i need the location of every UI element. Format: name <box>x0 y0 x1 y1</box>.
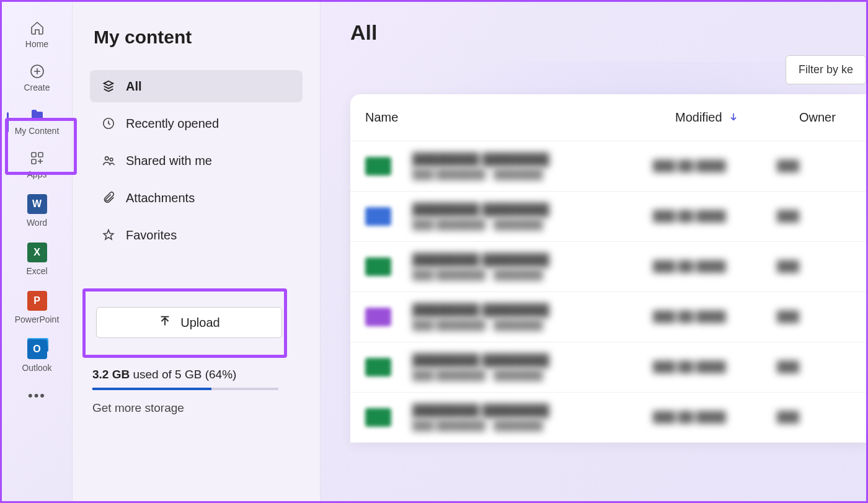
col-name[interactable]: Name <box>365 110 675 125</box>
row-title: ████████ ████████ <box>412 153 653 166</box>
storage-bar <box>92 388 278 390</box>
row-modified: ███ ██ ████ <box>653 260 777 273</box>
row-modified: ███ ██ ████ <box>653 361 777 373</box>
filter-by-keyword-button[interactable]: Filter by ke <box>786 55 866 84</box>
row-name-block: ████████ ███████████ ███████ · ███████ <box>412 253 653 280</box>
svg-point-5 <box>105 157 109 161</box>
table-row[interactable]: ████████ ███████████ ███████ · █████████… <box>350 242 866 292</box>
rail-label: Apps <box>27 169 47 179</box>
row-modified: ███ ██ ████ <box>653 411 777 424</box>
row-modified: ███ ██ ████ <box>653 160 777 172</box>
rail-label: PowerPoint <box>15 314 60 324</box>
filter-favorites[interactable]: Favorites <box>90 219 303 251</box>
table-row[interactable]: ████████ ███████████ ███████ · █████████… <box>350 393 866 443</box>
file-icon <box>365 257 391 276</box>
rail-item-create[interactable]: Create <box>2 58 72 101</box>
file-icon <box>365 207 391 226</box>
table-row[interactable]: ████████ ███████████ ███████ · █████████… <box>350 141 866 192</box>
col-owner[interactable]: Owner <box>799 110 866 125</box>
row-owner: ███ <box>777 210 851 223</box>
storage-used: 3.2 GB <box>92 368 130 381</box>
filter-recently-opened[interactable]: Recently opened <box>90 107 303 140</box>
row-subtitle: ███ ███████ · ███████ <box>412 269 653 280</box>
panel-title: My content <box>90 27 303 48</box>
upload-button[interactable]: Upload <box>96 307 282 338</box>
svg-point-6 <box>110 158 113 161</box>
more-apps-button[interactable]: ••• <box>28 388 46 404</box>
storage-block: 3.2 GB used of 5 GB (64%) Get more stora… <box>90 368 303 415</box>
rail-item-excel[interactable]: X Excel <box>2 236 72 285</box>
filter-label: Shared with me <box>126 154 212 168</box>
main-content: All Filter by ke Name Modified Owner ███… <box>321 2 866 501</box>
my-content-panel: My content All Recently opened Shared wi… <box>73 2 321 501</box>
rail-item-powerpoint[interactable]: P PowerPoint <box>2 285 72 333</box>
row-title: ████████ ████████ <box>412 253 653 267</box>
word-icon: W <box>27 194 47 214</box>
svg-rect-2 <box>38 153 43 157</box>
table-row[interactable]: ████████ ███████████ ███████ · █████████… <box>350 342 866 393</box>
page-title: All <box>350 20 866 45</box>
powerpoint-icon: P <box>27 291 47 311</box>
get-more-storage-link[interactable]: Get more storage <box>92 401 303 415</box>
rail-label: Home <box>25 39 48 49</box>
row-owner: ███ <box>777 260 851 273</box>
file-icon <box>365 358 391 376</box>
paperclip-icon <box>101 190 116 205</box>
table-header: Name Modified Owner <box>350 94 866 141</box>
row-name-block: ████████ ███████████ ███████ · ███████ <box>412 404 653 431</box>
sort-descending-icon <box>728 110 738 125</box>
row-modified: ███ ██ ████ <box>653 210 777 223</box>
home-icon <box>30 20 45 35</box>
file-icon <box>365 157 391 176</box>
outlook-icon: O <box>27 339 47 359</box>
table-row[interactable]: ████████ ███████████ ███████ · █████████… <box>350 192 866 242</box>
row-owner: ███ <box>777 311 851 323</box>
people-icon <box>101 153 116 168</box>
storage-fill <box>92 388 211 390</box>
row-name-block: ████████ ███████████ ███████ · ███████ <box>412 153 653 180</box>
excel-icon: X <box>27 243 47 262</box>
file-icon <box>365 308 391 326</box>
row-owner: ███ <box>777 160 851 172</box>
storage-text: 3.2 GB used of 5 GB (64%) <box>92 368 303 381</box>
rail-item-outlook[interactable]: O Outlook <box>2 333 72 381</box>
apps-icon <box>30 151 45 166</box>
filter-attachments[interactable]: Attachments <box>90 182 303 214</box>
filter-shared[interactable]: Shared with me <box>90 145 303 177</box>
col-modified[interactable]: Modified <box>675 110 799 125</box>
row-owner: ███ <box>777 411 851 424</box>
file-icon <box>365 408 391 427</box>
row-name-block: ████████ ███████████ ███████ · ███████ <box>412 303 653 331</box>
table-row[interactable]: ████████ ███████████ ███████ · █████████… <box>350 292 866 342</box>
row-subtitle: ███ ███████ · ███████ <box>412 420 653 431</box>
rail-item-word[interactable]: W Word <box>2 188 72 236</box>
rail-item-home[interactable]: Home <box>2 14 72 58</box>
app-rail: Home Create My Content Apps W Word X Exc… <box>2 2 73 501</box>
storage-middle: used of 5 GB <box>133 368 202 381</box>
svg-rect-3 <box>32 159 36 164</box>
row-owner: ███ <box>777 361 851 373</box>
rail-item-apps[interactable]: Apps <box>2 145 72 188</box>
rail-label: Word <box>27 218 47 228</box>
filter-all[interactable]: All <box>90 70 303 102</box>
rail-label: Outlook <box>22 363 51 373</box>
filter-label: All <box>126 79 142 94</box>
star-icon <box>101 228 116 243</box>
upload-label: Upload <box>180 316 219 330</box>
rail-item-my-content[interactable]: My Content <box>2 101 72 145</box>
rail-label: My Content <box>15 126 60 136</box>
rail-label: Create <box>24 82 50 92</box>
clock-icon <box>101 116 116 131</box>
row-title: ████████ ████████ <box>412 303 653 317</box>
storage-percent: (64%) <box>205 368 237 381</box>
row-subtitle: ███ ███████ · ███████ <box>412 169 653 180</box>
row-name-block: ████████ ███████████ ███████ · ███████ <box>412 354 653 381</box>
plus-circle-icon <box>30 64 45 79</box>
row-subtitle: ███ ███████ · ███████ <box>412 370 653 381</box>
row-title: ████████ ████████ <box>412 203 653 216</box>
row-subtitle: ███ ███████ · ███████ <box>412 219 653 230</box>
row-title: ████████ ████████ <box>412 404 653 417</box>
row-name-block: ████████ ███████████ ███████ · ███████ <box>412 203 653 230</box>
rail-label: Excel <box>26 266 47 276</box>
filter-label: Favorites <box>126 228 177 243</box>
